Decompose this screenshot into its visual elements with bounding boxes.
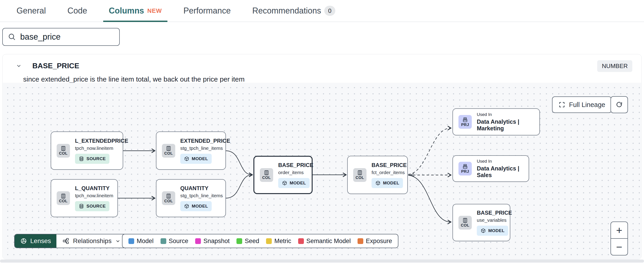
model-badge: MODEL: [180, 154, 212, 164]
badge-label: COL: [356, 176, 364, 180]
column-name: BASE_PRICE: [32, 62, 79, 70]
col-badge: COL: [162, 144, 175, 158]
lineage-edges: [3, 83, 641, 259]
legend-swatch: [358, 238, 363, 244]
lenses-button[interactable]: Lenses: [15, 234, 56, 248]
lineage-canvas[interactable]: COL L_EXTENDEDPRICE tpch_now.lineitem SO…: [3, 83, 641, 259]
horizontal-scrollbar[interactable]: [0, 260, 644, 263]
columns-icon: [166, 193, 172, 199]
tab-label: Code: [68, 6, 87, 15]
columns-icon: [166, 145, 172, 151]
legend-item-source: Source: [160, 238, 188, 245]
node-title: EXTENDED_PRICE: [180, 138, 230, 144]
legend-label: Source: [169, 238, 188, 245]
column-panel: BASE_PRICE NUMBER since extended_price i…: [2, 54, 642, 259]
badge-label: COL: [59, 199, 68, 204]
columns-icon: [60, 193, 66, 199]
prj-badge: PRJ: [458, 115, 472, 129]
full-lineage-button[interactable]: Full Lineage: [552, 96, 612, 113]
column-search[interactable]: [2, 28, 120, 46]
lenses-toolbar: Lenses Relationships: [14, 234, 127, 248]
resource-type-label: MODEL: [192, 204, 208, 209]
badge-label: COL: [59, 151, 68, 156]
model-badge: MODEL: [180, 201, 212, 211]
node-subtitle: tpch_now.lineitem: [75, 145, 113, 151]
search-icon: [8, 33, 16, 41]
project-icon: [462, 117, 468, 123]
legend-swatch: [236, 238, 242, 244]
tab-label: General: [16, 6, 46, 15]
column-panel-header: BASE_PRICE NUMBER since extended_price i…: [2, 54, 642, 83]
source-badge: SOURCE: [75, 201, 110, 211]
lineage-node-extended-price[interactable]: COL EXTENDED_PRICE stg_tpch_line_items M…: [156, 131, 226, 170]
lineage-node-used-in-marketing[interactable]: PRJ Used In Data Analytics | Marketing: [452, 108, 540, 135]
relationships-icon: [62, 238, 69, 245]
refresh-icon: [615, 101, 623, 109]
legend-label: Semantic Model: [306, 238, 351, 245]
col-badge: COL: [57, 191, 70, 205]
legend-swatch: [128, 238, 134, 244]
legend-item-exposure: Exposure: [358, 238, 392, 245]
lineage-node-quantity[interactable]: COL QUANTITY stg_tpch_line_items MODEL: [156, 179, 226, 217]
cube-icon: [184, 204, 190, 209]
resource-legend: Model Source Snapshot Seed Metric Semant…: [122, 234, 398, 248]
cube-icon: [184, 156, 190, 162]
node-subtitle: order_items: [278, 170, 304, 175]
legend-item-semantic-model: Semantic Model: [298, 238, 351, 245]
lineage-node-base-price-order-items[interactable]: COL BASE_PRICE order_items MODEL: [254, 156, 312, 194]
database-icon: [79, 204, 84, 209]
tab-performance[interactable]: Performance: [178, 0, 236, 21]
col-badge: COL: [57, 144, 70, 158]
node-title: L_QUANTITY: [75, 185, 110, 192]
node-title: BASE_PRICE: [278, 162, 313, 168]
resource-type-label: MODEL: [290, 181, 306, 186]
legend-item-seed: Seed: [236, 238, 259, 245]
tab-code[interactable]: Code: [62, 0, 93, 21]
badge-label: COL: [164, 199, 173, 204]
database-icon: [79, 156, 84, 162]
node-subtitle: fct_order_items: [372, 170, 405, 175]
model-badge: MODEL: [372, 178, 403, 188]
prj-badge: PRJ: [458, 162, 472, 176]
lineage-node-used-in-sales[interactable]: PRJ Used In Data Analytics | Sales: [452, 155, 529, 182]
legend-label: Exposure: [366, 238, 392, 245]
badge-label: PRJ: [461, 123, 469, 127]
node-title: QUANTITY: [180, 185, 208, 192]
tab-label: Recommendations: [252, 6, 321, 15]
resource-type-label: SOURCE: [86, 156, 106, 161]
tab-recommendations[interactable]: Recommendations 0: [247, 0, 341, 21]
node-kicker: Used In: [477, 112, 492, 117]
search-input[interactable]: [20, 32, 114, 42]
tab-columns[interactable]: Columns NEW: [103, 0, 168, 21]
model-badge: MODEL: [278, 178, 310, 188]
column-type-badge: NUMBER: [597, 60, 632, 72]
model-badge: MODEL: [477, 226, 508, 236]
node-subtitle: use_variables: [477, 217, 506, 223]
badge-label: COL: [262, 176, 271, 180]
zoom-in-button[interactable]: +: [611, 222, 628, 239]
refresh-button[interactable]: [610, 96, 628, 113]
badge-label: COL: [164, 151, 173, 156]
node-title: Data Analytics | Marketing: [477, 118, 540, 132]
lineage-node-base-price-fct-order-items[interactable]: COL BASE_PRICE fct_order_items MODEL: [347, 156, 408, 194]
node-subtitle: stg_tpch_line_items: [180, 193, 223, 198]
legend-swatch: [195, 238, 201, 244]
lineage-node-l-quantity[interactable]: COL L_QUANTITY tpch_now.lineitem SOURCE: [51, 179, 118, 217]
zoom-out-button[interactable]: −: [611, 239, 628, 255]
lineage-node-base-price-use-variables[interactable]: COL BASE_PRICE use_variables MODEL: [452, 204, 510, 241]
col-badge: COL: [458, 216, 472, 230]
collapse-button[interactable]: [15, 62, 22, 69]
legend-item-metric: Metric: [266, 238, 291, 245]
cube-icon: [480, 228, 486, 234]
columns-icon: [462, 217, 468, 223]
lineage-node-l-extendedprice[interactable]: COL L_EXTENDEDPRICE tpch_now.lineitem SO…: [51, 131, 123, 170]
tab-general[interactable]: General: [11, 0, 51, 21]
relationships-dropdown[interactable]: Relationships: [56, 234, 126, 248]
project-icon: [462, 164, 468, 170]
chevron-down-icon: [115, 238, 121, 244]
badge-label: PRJ: [461, 170, 469, 174]
aperture-icon: [20, 238, 27, 245]
relationships-label: Relationships: [73, 237, 112, 245]
node-title: L_EXTENDEDPRICE: [75, 138, 128, 144]
col-badge: COL: [353, 168, 366, 182]
